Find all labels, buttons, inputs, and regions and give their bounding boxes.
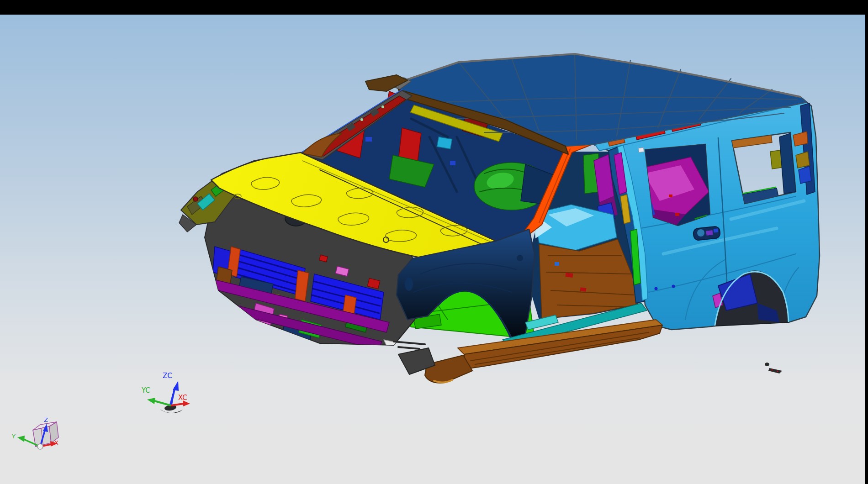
view-y-label: Y (11, 433, 16, 440)
model-door-handle (693, 226, 720, 241)
view-x-label: X (54, 439, 58, 446)
view-origin-sphere (37, 444, 43, 449)
cad-3d-viewport[interactable]: ZC YC XC Z Y X (0, 0, 868, 484)
wcs-x-label: XC (178, 394, 187, 402)
wcs-z-label: ZC (163, 372, 172, 380)
right-bar (865, 0, 868, 484)
top-bar (0, 0, 868, 15)
wcs-y-label: YC (141, 386, 150, 395)
application-window: ZC YC XC Z Y X (0, 0, 868, 484)
view-z-label: Z (44, 416, 48, 423)
view-origin-highlight (38, 445, 40, 447)
